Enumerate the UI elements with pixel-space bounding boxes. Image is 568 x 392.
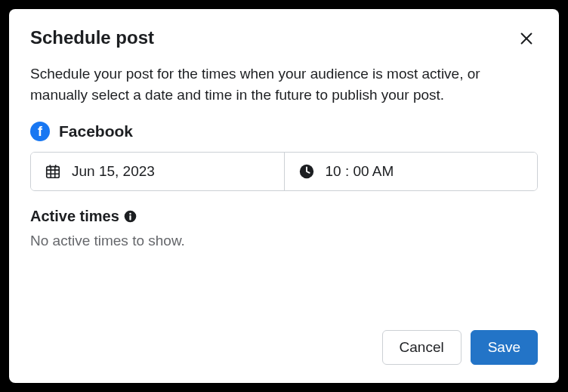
modal-footer: Cancel Save [30, 330, 538, 365]
date-input[interactable]: Jun 15, 2023 [31, 153, 285, 190]
datetime-inputs: Jun 15, 2023 10 : 00 AM [30, 152, 538, 191]
svg-point-11 [129, 213, 131, 215]
info-icon[interactable] [124, 210, 137, 223]
active-times-empty: No active times to show. [30, 233, 538, 249]
active-times-label: Active times [30, 208, 119, 225]
platform-row: f Facebook [30, 122, 538, 141]
save-button[interactable]: Save [471, 330, 538, 365]
modal-description: Schedule your post for the times when yo… [30, 63, 538, 105]
calendar-icon [45, 163, 61, 180]
facebook-icon: f [30, 122, 50, 141]
cancel-button[interactable]: Cancel [382, 330, 462, 365]
modal-header: Schedule post [30, 27, 538, 50]
time-value: 10 : 00 AM [326, 163, 394, 180]
schedule-post-modal: Schedule post Schedule your post for the… [9, 9, 559, 383]
close-button[interactable] [515, 27, 538, 50]
active-times-header: Active times [30, 208, 538, 225]
date-value: Jun 15, 2023 [72, 163, 155, 180]
platform-label: Facebook [59, 122, 133, 140]
svg-rect-12 [129, 215, 131, 220]
svg-rect-2 [47, 167, 60, 178]
clock-icon [298, 163, 315, 180]
time-input[interactable]: 10 : 00 AM [285, 153, 538, 190]
modal-title: Schedule post [30, 27, 154, 48]
close-icon [518, 30, 535, 47]
